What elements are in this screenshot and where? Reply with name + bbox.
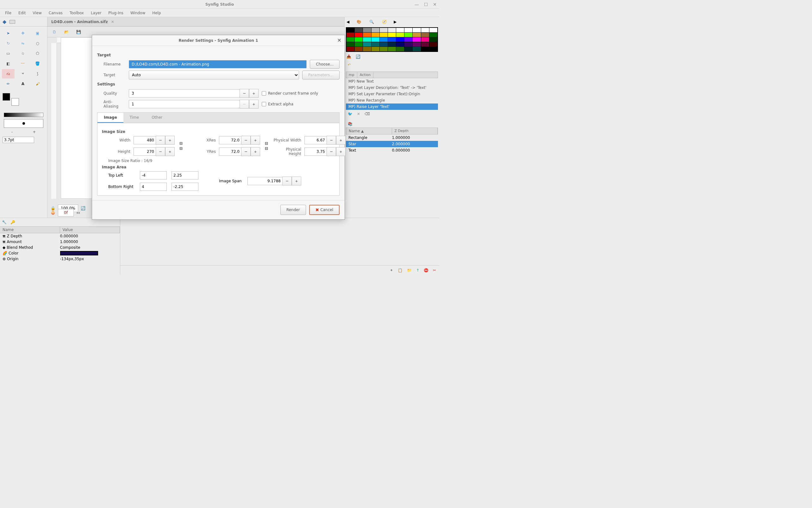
pw-minus[interactable]: − [326, 136, 336, 145]
foreground-color[interactable] [3, 93, 10, 101]
span-input[interactable] [247, 177, 282, 185]
palette-swatch[interactable] [355, 47, 363, 51]
eyedrop-tool[interactable]: ᔔ [2, 69, 14, 79]
param-row[interactable]: πAmount1.000000 [0, 239, 120, 245]
ph-plus[interactable]: ＋ [336, 147, 346, 156]
sketch-tool[interactable]: ༄ [16, 69, 29, 79]
palette-swatch[interactable] [347, 33, 354, 37]
layers-col-name[interactable]: Name ▲ [346, 128, 392, 134]
palette-swatch[interactable] [396, 42, 404, 46]
history-del-icon[interactable]: ⌫ [365, 112, 370, 116]
palette-swatch[interactable] [347, 42, 354, 46]
pw-input[interactable] [305, 136, 326, 144]
tab-close-icon[interactable]: ✕ [111, 19, 114, 24]
layer-row[interactable]: Rectangle1.000000 [346, 134, 438, 141]
quality-plus[interactable]: ＋ [249, 89, 259, 98]
ph-input[interactable] [305, 147, 326, 156]
palette-swatch[interactable] [404, 28, 412, 32]
palette-swatch[interactable] [380, 33, 388, 37]
palette-swatch[interactable] [388, 37, 396, 42]
palette-swatch[interactable] [380, 42, 388, 46]
circle-tool[interactable]: ○ [31, 39, 44, 48]
color-palette[interactable] [346, 27, 438, 52]
timeline-panel[interactable]: ＋ 📋 📁 ↑ ⛔ ✂ [120, 218, 439, 275]
param-row[interactable]: πZ Depth0.000000 [0, 233, 120, 239]
layer-dup-icon[interactable]: 📋 [398, 268, 403, 272]
open-file-button[interactable]: 📂 [63, 29, 70, 35]
choose-button[interactable]: Choose... [310, 60, 340, 69]
palette-swatch[interactable] [396, 47, 404, 51]
palette-swatch[interactable] [413, 37, 420, 42]
link-wh-icon[interactable]: ⊟ [179, 141, 183, 145]
palette-swatch[interactable] [371, 33, 379, 37]
yres-plus[interactable]: ＋ [251, 147, 260, 156]
height-input[interactable] [134, 147, 156, 156]
undo-icon[interactable]: ↶ [348, 63, 351, 67]
brush-preview[interactable] [4, 119, 43, 128]
mirror-tool[interactable]: ⇋ [16, 39, 29, 48]
menu-plugins[interactable]: Plug-Ins [105, 9, 127, 16]
menu-window[interactable]: Window [127, 9, 148, 16]
nav-left-icon[interactable]: ◀ [347, 19, 349, 24]
smooth-move-tool[interactable]: ✥ [16, 29, 29, 38]
palette-swatch[interactable] [355, 42, 363, 46]
tab-time[interactable]: Time [124, 113, 145, 123]
palette-swatch[interactable] [363, 33, 371, 37]
new-file-button[interactable]: 🗋 [51, 29, 58, 35]
brush-decrease[interactable]: - [11, 130, 13, 134]
nav-right-icon[interactable]: ▶ [394, 19, 397, 24]
palette-swatch[interactable] [363, 37, 371, 42]
palette-swatch[interactable] [388, 33, 396, 37]
palette-swatch[interactable] [380, 37, 388, 42]
history-row[interactable]: MP) New Rectangle [346, 97, 438, 103]
dialog-close-icon[interactable]: ✕ [337, 37, 342, 43]
palette-swatch[interactable] [363, 28, 371, 32]
menu-layer[interactable]: Layer [88, 9, 104, 16]
gradient-tool[interactable]: ◧ [2, 59, 14, 68]
aa-plus[interactable]: ＋ [249, 100, 259, 109]
palette-swatch[interactable] [396, 28, 404, 32]
link-res-icon2[interactable]: ⊟ [265, 146, 268, 151]
menu-edit[interactable]: Edit [15, 9, 29, 16]
layer-up-icon[interactable]: ↑ [416, 268, 419, 272]
history-row[interactable]: MP) New Text [346, 78, 438, 85]
menu-help[interactable]: Help [149, 9, 164, 16]
palette-swatch[interactable] [396, 37, 404, 42]
draw-tool[interactable]: ✏ [2, 79, 14, 89]
palette-swatch[interactable] [347, 28, 354, 32]
tab-other[interactable]: Other [145, 113, 169, 123]
history-row[interactable]: MP) Set Layer Parameter (Text):Origin [346, 91, 438, 97]
palette-swatch[interactable] [430, 28, 437, 32]
palette-swatch[interactable] [404, 42, 412, 46]
gradient-preview[interactable] [4, 113, 43, 117]
palette-swatch[interactable] [347, 37, 354, 42]
navigator-tab[interactable]: 🔍 [368, 19, 375, 25]
scale-tool[interactable]: ▣ [31, 29, 44, 38]
br-x-input[interactable] [140, 183, 167, 191]
polygon-tool[interactable]: ⬠ [31, 49, 44, 58]
params-tab[interactable]: 🔧 [2, 220, 7, 224]
render-frame-only-checkbox[interactable] [262, 91, 266, 96]
palette-add-icon[interactable]: 📥 [347, 54, 351, 59]
rectangle-tool[interactable]: ▭ [2, 49, 14, 58]
render-button[interactable]: Render [280, 205, 306, 215]
palette-swatch[interactable] [363, 42, 371, 46]
palette-swatch[interactable] [347, 47, 354, 51]
save-file-button[interactable]: 💾 [75, 29, 82, 35]
refresh-icon[interactable]: 🔄 [81, 206, 85, 210]
dock-handle[interactable] [9, 20, 15, 24]
layer-new-icon[interactable]: ＋ [390, 267, 393, 273]
onion-icon[interactable]: 🧅 [51, 210, 55, 215]
menu-toolbox[interactable]: Toolbox [66, 9, 87, 16]
width-minus[interactable]: − [156, 136, 165, 145]
history-row[interactable]: MP) Set Layer Description: 'Text' -> 'Te… [346, 85, 438, 91]
menu-file[interactable]: File [2, 9, 14, 16]
palette-swatch[interactable] [388, 47, 396, 51]
palette-swatch[interactable] [413, 47, 420, 51]
yres-minus[interactable]: − [241, 147, 251, 156]
brush-tool[interactable]: 🖌 [31, 79, 44, 89]
history-clear-icon[interactable]: 🐦 [348, 112, 353, 116]
minimize-button[interactable]: — [414, 2, 419, 7]
palette-swatch[interactable] [430, 42, 437, 46]
layer-cut-icon[interactable]: ✂ [433, 268, 436, 272]
